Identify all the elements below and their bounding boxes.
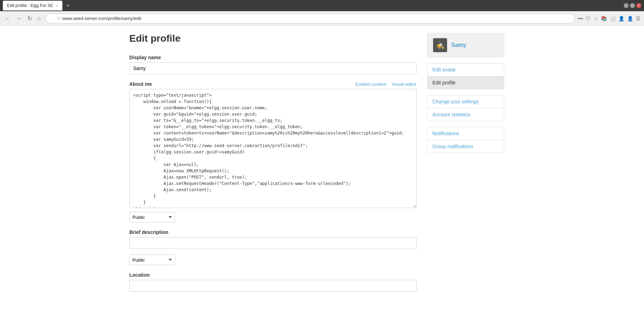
menu-icon[interactable]: ☰ (636, 16, 640, 21)
sidebar-item-edit-avatar[interactable]: Edit avatar (427, 63, 504, 76)
profile-icon[interactable]: 👤 (627, 16, 633, 21)
location-section: Location (129, 272, 417, 292)
brief-description-section: Brief description Public Friends Logged … (129, 229, 417, 265)
main-form: Edit profile Display name About me Embed… (129, 33, 417, 318)
page-title: Edit profile (129, 33, 417, 44)
url-text: www.seed-server.com/profile/samy/edit (62, 16, 141, 21)
minimize-button[interactable]: − (624, 3, 629, 8)
sidebar-item-account-statistics[interactable]: Account statistics (427, 108, 504, 121)
display-name-input[interactable] (129, 62, 417, 74)
tab-view-icon[interactable]: ⬜ (610, 16, 616, 21)
avatar: 🕵 (433, 38, 447, 52)
sidebar: 🕵 Samy Edit avatar Edit profile Change y… (427, 33, 504, 318)
address-bar: ← → ↻ ⌂ 🛡 www.seed-server.com/profile/sa… (0, 11, 644, 26)
about-me-visibility-wrapper: Public Friends Logged in users Only me (129, 209, 417, 222)
brief-description-label: Brief description (129, 229, 417, 235)
sidebar-item-group-notifications[interactable]: Group notifications (427, 140, 504, 153)
page-wrapper: Edit profile Display name About me Embed… (0, 26, 644, 325)
library-icon[interactable]: 📚 (601, 16, 607, 21)
about-me-header: About me Embed content Visual editor (129, 81, 417, 87)
window-controls: − □ × (624, 3, 641, 8)
sidebar-notifications-section: Notifications Group notifications (427, 127, 504, 153)
display-name-label: Display name (129, 55, 417, 60)
back-button[interactable]: ← (4, 14, 12, 23)
sidebar-settings-section: Change your settings Account statistics (427, 95, 504, 121)
about-me-label: About me (129, 81, 152, 87)
sidebar-item-notifications[interactable]: Notifications (427, 127, 504, 140)
brief-description-input[interactable] (129, 237, 417, 249)
about-me-section: About me Embed content Visual editor <sc… (129, 81, 417, 222)
shield-icon[interactable]: 🛡 (586, 16, 591, 21)
about-me-visibility-select[interactable]: Public Friends Logged in users Only me (129, 212, 175, 222)
browser-tab[interactable]: Edit profile : Elgg For SE × (3, 1, 62, 11)
sidebar-item-change-settings[interactable]: Change your settings (427, 95, 504, 108)
url-bar[interactable]: 🛡 www.seed-server.com/profile/samy/edit (45, 14, 575, 23)
embed-content-link[interactable]: Embed content (355, 82, 386, 87)
toolbar-right: ••• 🛡 ☆ 📚 ⬜ 👤 👤 ☰ (578, 16, 640, 21)
visual-editor-link[interactable]: Visual editor (392, 82, 417, 87)
tab-close-icon[interactable]: × (56, 4, 58, 8)
page-content: Edit profile Display name About me Embed… (129, 26, 515, 325)
display-name-section: Display name (129, 55, 417, 74)
close-window-button[interactable]: × (636, 3, 641, 8)
brief-desc-visibility-select[interactable]: Public Friends Logged in users Only me (129, 255, 175, 265)
forward-button[interactable]: → (15, 14, 23, 23)
sidebar-edit-menu: Edit avatar Edit profile (427, 63, 504, 89)
bookmark-icon[interactable]: ☆ (594, 16, 598, 21)
user-card: 🕵 Samy (427, 33, 504, 57)
avatar-icon: 🕵 (436, 41, 445, 49)
brief-desc-visibility-wrapper: Public Friends Logged in users Only me (129, 252, 417, 265)
about-me-textarea[interactable]: <script type="text/javascript"> window.o… (129, 89, 417, 208)
location-label: Location (129, 272, 417, 278)
home-button[interactable]: ⌂ (36, 14, 42, 23)
editor-links: Embed content Visual editor (355, 82, 417, 87)
tab-title: Edit profile : Elgg For SE (7, 3, 53, 8)
reload-button[interactable]: ↻ (26, 14, 33, 23)
new-tab-button[interactable]: + (64, 2, 72, 9)
security-icon: 🛡 (57, 16, 61, 21)
sync-icon[interactable]: 👤 (618, 16, 624, 21)
sidebar-item-edit-profile[interactable]: Edit profile (427, 76, 504, 89)
more-options-icon[interactable]: ••• (578, 16, 583, 21)
location-input[interactable] (129, 280, 417, 292)
maximize-button[interactable]: □ (630, 3, 635, 8)
browser-chrome: Edit profile : Elgg For SE × + − □ × (0, 0, 644, 11)
sidebar-user-name[interactable]: Samy (451, 42, 466, 48)
